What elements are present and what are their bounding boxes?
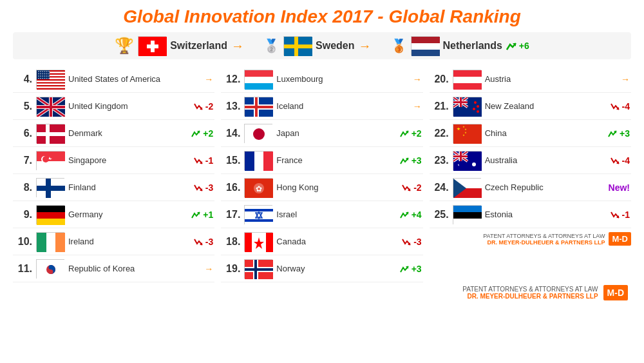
rank-number: 6. [14,128,32,139]
rank-country: France [276,155,395,165]
svg-point-94 [253,128,265,140]
trend-arrow: -1 [194,155,213,166]
patent-line1: PATENT ATTORNEYS & ATTORNEYS AT LAW [462,286,598,293]
svg-point-32 [43,73,44,74]
svg-rect-18 [37,82,65,83]
rank-number: 16. [222,182,240,193]
svg-rect-5 [294,37,298,56]
table-row: 23. Australia -4 [430,147,631,174]
svg-point-157 [472,162,476,166]
rank-trend: → [413,74,422,84]
rank-number: 12. [222,74,240,85]
svg-point-44 [43,77,44,79]
rank-country: Republic of Korea [68,264,200,273]
trend-arrow: +1 [191,210,213,220]
flag-singapore [36,151,64,170]
flag-china [453,124,481,143]
trend-arrow: → [204,74,213,84]
rank-trend: → [621,74,630,84]
rank-trend: +1 [191,210,213,220]
svg-rect-91 [245,106,273,108]
svg-rect-63 [37,161,65,171]
rank-country: China [485,128,604,138]
svg-point-134 [474,101,477,104]
svg-rect-17 [37,81,65,82]
col1: 4. United States of America → 5. United … [13,66,214,282]
svg-rect-97 [254,152,263,171]
rank-country: Japan [276,128,395,138]
flag-ireland [36,232,64,251]
md-badge: M-D [603,285,628,300]
rank-number: 9. [14,209,32,221]
top1-arrow: → [231,39,244,54]
rank-number: 17. [222,209,240,221]
table-row: 21. New Zealand -4 [430,93,631,120]
trend-arrow: +2 [191,128,213,139]
flag-france [244,151,272,170]
col2: 12. Luxembourg → 13. Iceland → 14. Japan… [221,66,422,282]
rank-number: 24. [431,182,449,193]
table-row: 5. United Kingdom -2 [13,93,214,120]
svg-rect-71 [46,179,51,198]
trend-arrow: -3 [194,182,213,193]
flag-usa [36,70,64,89]
svg-point-41 [48,75,50,77]
rank-number: 19. [222,263,240,275]
rank-number: 23. [431,155,449,166]
table-row: 16. ✿ Hong Kong -2 [221,174,422,201]
svg-point-29 [48,71,50,72]
table-row: 13. Iceland → [221,93,422,120]
trend-arrow: → [621,74,630,84]
trophy-gold: 🏆 [115,37,134,55]
flag-japan [244,124,272,143]
svg-rect-139 [453,124,482,144]
rank-number: 8. [14,182,32,193]
rank-country: Austria [485,74,617,84]
svg-point-26 [43,71,44,72]
svg-rect-8 [412,50,440,56]
flag-newzealand [453,97,481,116]
rank-country: Germany [68,210,187,219]
rank-country: Canada [276,237,398,246]
table-row: 11. Republic of Korea → [13,255,214,282]
top1-country: Switzerland [170,40,227,52]
flag-hongkong: ✿ [244,178,272,197]
svg-text:✿: ✿ [256,184,262,193]
main-container: Global Innovation Index 2017 - Global Ra… [0,0,644,363]
svg-point-46 [46,77,48,79]
svg-rect-7 [412,43,440,50]
svg-point-137 [477,110,479,113]
table-row: 20. Austria → [430,66,631,93]
svg-point-135 [477,105,479,108]
rank-country: Israel [276,210,395,219]
svg-rect-96 [245,152,254,171]
svg-rect-118 [245,268,273,271]
svg-rect-59 [37,132,65,136]
patent-line1: PATENT ATTORNEYS & ATTORNEYS AT LAW [483,233,605,239]
trend-arrow: -4 [611,155,630,166]
table-row: 14. Japan +2 [221,120,422,147]
top3-section: 🏆 Switzerland → 🥈 Sweden [13,32,631,59]
patent-footer: PATENT ATTORNEYS & ATTORNEYS AT LAW DR. … [483,233,605,246]
top3-item: 🥉 Netherlands +6 [391,36,529,55]
rank-trend: +3 [608,128,630,139]
svg-point-136 [473,108,475,110]
svg-rect-20 [37,85,65,86]
trophy-silver: 🥈 [263,38,279,54]
rank-country: Luxembourg [276,74,408,84]
svg-rect-77 [37,233,46,252]
svg-rect-164 [453,219,482,225]
svg-point-34 [46,73,48,74]
svg-rect-162 [453,206,482,212]
svg-point-35 [48,73,50,74]
flag-sweden [283,36,312,55]
rank-trend: -2 [402,182,421,193]
rank-country: Denmark [68,128,187,138]
svg-rect-106 [245,219,273,222]
patent-info: PATENT ATTORNEYS & ATTORNEYS AT LAW DR. … [462,286,598,300]
svg-rect-2 [147,44,158,48]
rank-trend: → [204,264,213,274]
svg-rect-119 [254,260,257,279]
rank-trend: +4 [400,210,422,220]
trend-arrow: +4 [400,210,422,220]
